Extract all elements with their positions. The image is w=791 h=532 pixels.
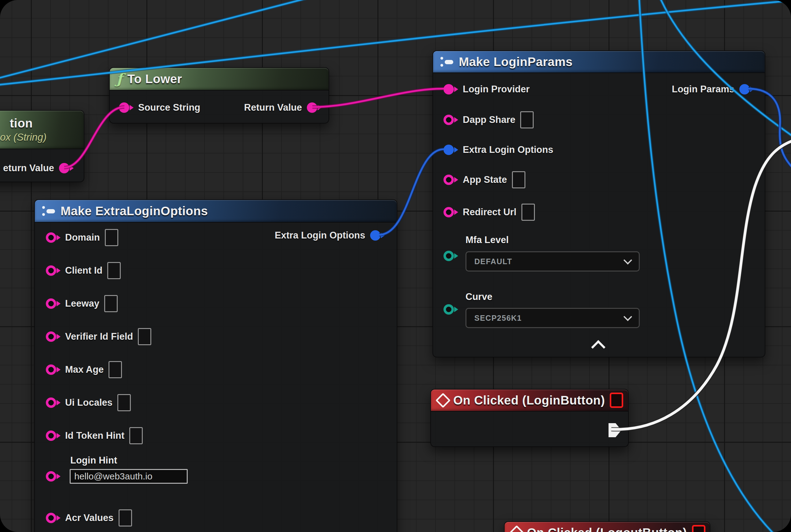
node-header[interactable]: ƒ To Lower: [110, 68, 329, 91]
output-row-return-value: Return Value: [244, 98, 322, 117]
input-row-app-state: App State: [443, 170, 525, 190]
node-title: Make LoginParams: [459, 55, 573, 69]
node-title-fragment: tion: [0, 116, 33, 130]
struct-output-pin-icon[interactable]: [370, 230, 385, 241]
string-input-pin-icon[interactable]: [119, 102, 133, 113]
pin-label: Verifier Id Field: [65, 331, 133, 342]
pin-label: Source String: [138, 102, 200, 113]
input-row-login-provider: Login Provider: [443, 79, 530, 99]
string-input-pin-icon[interactable]: [443, 115, 458, 125]
string-input-pin-icon[interactable]: [46, 364, 60, 375]
exec-output-pin-icon[interactable]: [609, 423, 621, 437]
string-output-pin-icon[interactable]: [59, 163, 73, 173]
input-row-domain: Domain: [46, 228, 118, 247]
event-diamond-icon: [509, 525, 524, 532]
string-output-pin-icon[interactable]: [307, 102, 321, 113]
output-row-login-params: Login Params: [672, 79, 754, 99]
input-row-leeway: Leeway: [46, 294, 118, 314]
wire-tolower-to-provider-glow: [312, 89, 444, 107]
input-row-source-string: Source String: [119, 98, 200, 117]
struct-output-pin-icon[interactable]: [739, 84, 754, 94]
input-row-dapp-share: Dapp Share: [443, 110, 534, 130]
curve-value: SECP256K1: [474, 314, 522, 323]
string-input-pin-icon[interactable]: [46, 471, 60, 481]
delegate-pin-icon[interactable]: [692, 525, 706, 532]
function-icon: ƒ: [116, 72, 122, 86]
string-input-pin-icon[interactable]: [443, 207, 458, 217]
chevron-down-icon: [623, 312, 632, 321]
leeway-value-box[interactable]: [104, 295, 118, 312]
string-input-pin-icon[interactable]: [443, 84, 458, 94]
max-age-value-box[interactable]: [109, 361, 122, 378]
string-input-pin-icon[interactable]: [46, 265, 60, 276]
login-hint-input[interactable]: [70, 469, 188, 484]
pin-label-curve: Curve: [465, 291, 493, 302]
node-header[interactable]: Make LoginParams: [433, 51, 765, 73]
node-header[interactable]: On Clicked (LogoutButton): [505, 522, 710, 532]
delegate-pin-icon[interactable]: [610, 393, 623, 408]
enum-input-pin-icon[interactable]: [443, 251, 458, 261]
node-title: To Lower: [128, 72, 182, 86]
string-input-pin-icon[interactable]: [46, 299, 60, 309]
string-input-pin-icon[interactable]: [46, 331, 60, 342]
acr-values-value-box[interactable]: [119, 509, 132, 527]
string-input-pin-icon[interactable]: [46, 513, 60, 523]
node-title: Make ExtraLoginOptions: [60, 204, 208, 218]
node-make-login-params[interactable]: Make LoginParams Login Provider Login Pa…: [432, 51, 765, 357]
make-struct-icon: [42, 205, 56, 217]
pin-label: Client Id: [65, 265, 102, 276]
output-row-return-value: eturn Value: [3, 158, 73, 178]
pin-label: Redirect Url: [463, 207, 517, 218]
input-row-client-id: Client Id: [46, 261, 121, 280]
enum-input-pin-icon[interactable]: [443, 304, 458, 315]
verifier-id-field-value-box[interactable]: [138, 328, 151, 345]
node-subtitle-fragment: ox (String): [0, 131, 46, 143]
pin-label: Extra Login Options: [275, 230, 365, 241]
pin-label: Return Value: [244, 102, 302, 113]
node-to-lower[interactable]: ƒ To Lower Source String Return Value: [109, 67, 329, 124]
client-id-value-box[interactable]: [107, 262, 121, 279]
pin-label: Extra Login Options: [463, 144, 553, 155]
wire-tolower-to-provider[interactable]: [312, 89, 444, 107]
input-row-verifier-id-field: Verifier Id Field: [46, 327, 151, 346]
curve-dropdown[interactable]: SECP256K1: [465, 308, 640, 328]
domain-value-box[interactable]: [105, 229, 118, 246]
chevron-down-icon: [623, 256, 632, 264]
app-state-value-box[interactable]: [512, 171, 525, 188]
mfa-level-dropdown[interactable]: DEFAULT: [465, 251, 640, 271]
string-input-pin-icon[interactable]: [46, 397, 60, 408]
string-input-pin-icon[interactable]: [443, 175, 458, 185]
string-input-pin-icon[interactable]: [46, 431, 60, 441]
pin-label: App State: [463, 174, 507, 185]
redirect-url-value-box[interactable]: [521, 204, 535, 221]
input-row-id-token-hint: Id Token Hint: [46, 426, 143, 445]
pin-label: Id Token Hint: [65, 430, 124, 441]
node-on-clicked-logout-button[interactable]: On Clicked (LogoutButton): [504, 521, 710, 532]
pin-label: Leeway: [65, 298, 99, 309]
blueprint-graph-canvas[interactable]: tion ox (String) eturn Value ƒ To Lower …: [0, 0, 791, 532]
input-row-extra-login-options: Extra Login Options: [443, 140, 553, 159]
collapse-node-chevron-icon[interactable]: [591, 340, 605, 354]
dapp-share-value-box[interactable]: [520, 111, 534, 128]
string-input-pin-icon[interactable]: [46, 232, 60, 243]
mfa-level-value: DEFAULT: [474, 257, 512, 266]
node-title: On Clicked (LogoutButton): [527, 526, 687, 532]
ui-locales-value-box[interactable]: [117, 394, 131, 411]
node-make-extra-login-options[interactable]: Make ExtraLoginOptions Extra Login Optio…: [34, 200, 397, 532]
pin-label: Login Params: [672, 84, 734, 95]
node-on-clicked-login-button[interactable]: On Clicked (LoginButton): [430, 389, 629, 447]
node-header[interactable]: On Clicked (LoginButton): [431, 390, 628, 412]
pin-label-login-hint: Login Hint: [70, 455, 117, 466]
node-header[interactable]: Make ExtraLoginOptions: [35, 200, 397, 223]
struct-input-pin-icon[interactable]: [443, 145, 458, 155]
input-row-max-age: Max Age: [46, 360, 122, 379]
pin-label: Dapp Share: [463, 114, 515, 125]
make-struct-icon: [440, 56, 454, 68]
pin-label: Max Age: [65, 364, 103, 375]
output-row-extra-login-options: Extra Login Options: [275, 226, 385, 245]
node-get-textbox-partial[interactable]: tion ox (String) eturn Value: [0, 110, 84, 182]
event-diamond-icon: [436, 393, 450, 407]
node-header[interactable]: tion ox (String): [0, 111, 84, 149]
id-token-hint-value-box[interactable]: [129, 427, 143, 444]
pin-label: eturn Value: [3, 163, 54, 174]
